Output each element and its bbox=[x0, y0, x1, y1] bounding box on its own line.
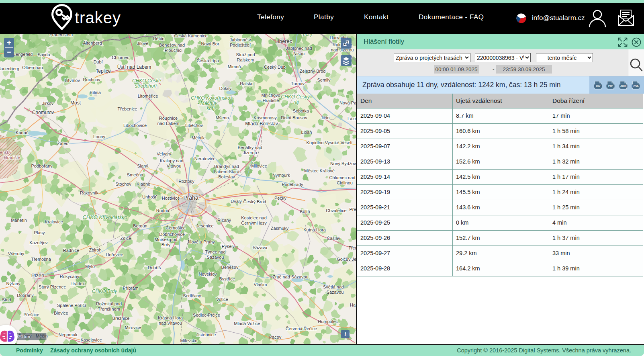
svg-text:Ralsko: Ralsko bbox=[240, 81, 254, 86]
svg-text:Stochov: Stochov bbox=[115, 182, 131, 186]
svg-text:Vlašim: Vlašim bbox=[254, 282, 267, 287]
svg-text:Děčín: Děčín bbox=[153, 36, 165, 41]
svg-text:Sedlčany: Sedlčany bbox=[183, 293, 201, 298]
svg-text:Litoměřice: Litoměřice bbox=[138, 94, 158, 98]
svg-text:Ralskem: Ralskem bbox=[237, 57, 254, 62]
svg-text:Sobotka: Sobotka bbox=[293, 108, 309, 113]
svg-text:Příbram: Příbram bbox=[123, 286, 138, 291]
svg-text:Kostelec nad: Kostelec nad bbox=[241, 215, 267, 220]
svg-text:Jesenice: Jesenice bbox=[196, 223, 213, 228]
svg-text:Nový Bor: Nový Bor bbox=[201, 41, 219, 46]
svg-text:Kralupy nad: Kralupy nad bbox=[160, 158, 184, 163]
svg-text:Chomutov: Chomutov bbox=[32, 110, 54, 115]
svg-text:Dubí: Dubí bbox=[93, 59, 102, 64]
svg-text:Zbiroh: Zbiroh bbox=[89, 248, 101, 252]
svg-text:Teplice: Teplice bbox=[96, 68, 111, 74]
svg-text:Podbořany: Podbořany bbox=[31, 164, 53, 168]
svg-text:Rokycany: Rokycany bbox=[60, 274, 80, 279]
svg-text:Ústí nad Labem: Ústí nad Labem bbox=[117, 64, 151, 70]
svg-text:Jílové: Jílové bbox=[137, 41, 149, 46]
svg-text:Unhošť: Unhošť bbox=[142, 194, 157, 199]
svg-text:Jičín: Jičín bbox=[321, 115, 330, 120]
svg-text:hory: hory bbox=[303, 34, 313, 37]
svg-text:Mimoň: Mimoň bbox=[227, 64, 241, 69]
svg-text:Chlumec nad: Chlumec nad bbox=[329, 175, 356, 180]
svg-text:Mníšek pod: Mníšek pod bbox=[155, 237, 178, 242]
svg-text:Chvaletice: Chvaletice bbox=[326, 208, 346, 213]
svg-text:Kosmonosy: Kosmonosy bbox=[254, 115, 277, 120]
svg-text:Marienberg: Marienberg bbox=[0, 66, 19, 71]
svg-text:CSV: CSV bbox=[596, 85, 601, 87]
svg-text:Brandýs nad: Brandýs nad bbox=[214, 164, 239, 169]
svg-text:Přeštice: Přeštice bbox=[23, 312, 39, 317]
svg-text:Liberec: Liberec bbox=[275, 38, 292, 44]
svg-text:Sázavou: Sázavou bbox=[207, 255, 224, 260]
svg-text:Čáslav: Čáslav bbox=[327, 236, 340, 241]
svg-text:nad Labem: nad Labem bbox=[157, 121, 179, 126]
svg-text:Bystřice: Bystřice bbox=[219, 276, 235, 281]
svg-text:Mšeno: Mšeno bbox=[215, 115, 229, 120]
svg-text:Kopidlno: Kopidlno bbox=[307, 140, 324, 145]
svg-text:Chlumec: Chlumec bbox=[112, 55, 129, 60]
svg-text:Stráž pod: Stráž pod bbox=[236, 52, 255, 57]
svg-text:Březnice: Březnice bbox=[112, 316, 130, 321]
svg-text:Říčany: Říčany bbox=[217, 218, 231, 223]
svg-text:Mladá Vožice: Mladá Vožice bbox=[234, 321, 260, 326]
svg-text:Mirovice: Mirovice bbox=[125, 325, 141, 330]
svg-text:Nový Bydžov: Nový Bydžov bbox=[330, 161, 356, 166]
svg-text:Humpolec: Humpolec bbox=[318, 319, 338, 324]
svg-text:středohoří: středohoří bbox=[135, 83, 157, 89]
svg-text:Podještědí: Podještědí bbox=[230, 43, 251, 47]
svg-text:Černošice: Černošice bbox=[166, 225, 186, 230]
svg-text:Velvary: Velvary bbox=[157, 151, 172, 156]
svg-text:Hradiště: Hradiště bbox=[4, 155, 20, 160]
svg-text:Labem-Stará: Labem-Stará bbox=[214, 169, 239, 174]
svg-text:HTML: HTML bbox=[633, 85, 639, 87]
svg-text:CHKO Český: CHKO Český bbox=[281, 94, 310, 100]
svg-text:Kaznějov: Kaznějov bbox=[29, 240, 48, 245]
svg-text:Milovice: Milovice bbox=[251, 164, 267, 168]
svg-text:Kralovice: Kralovice bbox=[45, 219, 63, 224]
svg-text:Jirkov: Jirkov bbox=[42, 101, 54, 106]
svg-text:Litvínov: Litvínov bbox=[65, 78, 80, 83]
svg-text:Mladá Boleslav: Mladá Boleslav bbox=[245, 121, 278, 127]
svg-text:Kolín: Kolín bbox=[300, 209, 310, 214]
svg-text:Mýto: Mýto bbox=[85, 264, 95, 269]
svg-text:Červená Řečice: Červená Řečice bbox=[286, 326, 317, 331]
svg-text:Sayda: Sayda bbox=[37, 52, 50, 57]
svg-text:Nýřany: Nýřany bbox=[6, 281, 20, 286]
svg-text:Bílina: Bílina bbox=[90, 90, 101, 95]
svg-text:Roudnice: Roudnice bbox=[159, 116, 178, 121]
svg-text:Plzeň: Plzeň bbox=[31, 272, 45, 278]
svg-text:Kasejovice: Kasejovice bbox=[80, 338, 102, 342]
svg-text:Smečno: Smečno bbox=[127, 172, 143, 177]
svg-text:ráj: ráj bbox=[293, 99, 299, 105]
svg-text:Pacov: Pacov bbox=[269, 335, 282, 340]
svg-text:- Máchův: - Máchův bbox=[197, 100, 217, 106]
svg-text:Hořovice: Hořovice bbox=[106, 252, 123, 257]
svg-text:Golčův Jeníko: Golčův Jeníko bbox=[337, 257, 356, 262]
svg-text:CHKO Kokořínsko: CHKO Kokořínsko bbox=[191, 95, 230, 101]
svg-text:Český Brod: Český Brod bbox=[243, 199, 266, 204]
svg-text:Černými lesy: Černými lesy bbox=[241, 221, 267, 225]
svg-text:Zdice: Zdice bbox=[121, 236, 131, 241]
svg-text:CHKO České: CHKO České bbox=[132, 78, 161, 84]
svg-text:Žatec: Žatec bbox=[57, 141, 68, 146]
svg-text:Nová Pa: Nová Pa bbox=[339, 100, 356, 105]
svg-text:Městec Králové: Městec Králové bbox=[304, 168, 335, 173]
svg-text:kraj: kraj bbox=[206, 106, 215, 111]
svg-text:Starý Plzenec: Starý Plzenec bbox=[39, 284, 66, 289]
svg-text:Roztoky: Roztoky bbox=[178, 179, 194, 184]
svg-text:Železný Brod: Železný Brod bbox=[300, 69, 326, 74]
svg-text:Neratovice: Neratovice bbox=[194, 156, 216, 161]
svg-text:Turnov: Turnov bbox=[291, 81, 305, 86]
svg-text:Neveklov: Neveklov bbox=[198, 272, 217, 276]
svg-text:Kladno: Kladno bbox=[137, 182, 150, 186]
svg-text:Třebenice: Třebenice bbox=[118, 106, 137, 111]
svg-text:Radnice: Radnice bbox=[63, 248, 79, 253]
svg-text:Doksy: Doksy bbox=[219, 86, 232, 91]
svg-text:Mělník: Mělník bbox=[192, 135, 205, 140]
svg-text:Stod: Stod bbox=[2, 297, 11, 302]
svg-text:Brdy: Brdy bbox=[162, 242, 171, 247]
svg-text:Nepomuk: Nepomuk bbox=[58, 332, 78, 337]
